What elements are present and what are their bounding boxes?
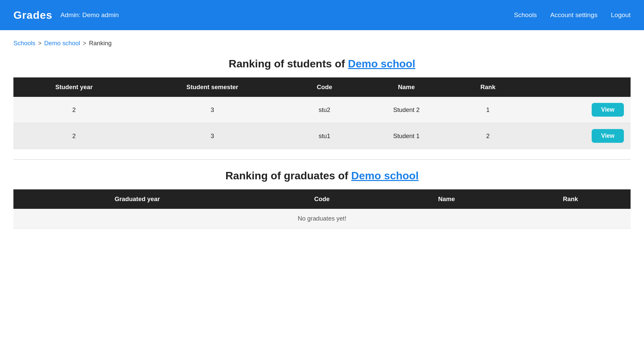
col-action [522, 77, 631, 97]
breadcrumb-current: Ranking [89, 40, 111, 47]
view-button[interactable]: View [592, 103, 624, 117]
col-student-year: Student year [13, 77, 135, 97]
logo: Grades [13, 9, 52, 21]
breadcrumb: Schools > Demo school > Ranking [0, 30, 644, 51]
table-row: 2 3 stu1 Student 1 2 View [13, 123, 631, 149]
graduates-ranking-school-link[interactable]: Demo school [351, 170, 419, 182]
header-left: Grades Admin: Demo admin [13, 9, 119, 21]
col-rank: Rank [454, 77, 522, 97]
cell-year: 2 [13, 123, 135, 149]
nav-schools-link[interactable]: Schools [514, 11, 537, 19]
cell-year: 2 [13, 97, 135, 123]
cell-semester: 3 [135, 123, 290, 149]
view-button[interactable]: View [592, 129, 624, 143]
graduates-table-head: Graduated year Code Name Rank [13, 189, 631, 209]
graduates-table-body: No graduates yet! [13, 209, 631, 229]
cell-rank: 2 [454, 123, 522, 149]
students-ranking-school-link[interactable]: Demo school [348, 58, 415, 70]
graduates-ranking-table: Graduated year Code Name Rank No graduat… [13, 189, 631, 229]
graduates-ranking-title-prefix: Ranking of graduates of [225, 170, 351, 182]
col-grad-code: Code [261, 189, 383, 209]
no-graduates-message: No graduates yet! [13, 209, 631, 229]
cell-action: View [522, 123, 631, 149]
students-ranking-title: Ranking of students of Demo school [13, 58, 631, 70]
cell-semester: 3 [135, 97, 290, 123]
col-name: Name [359, 77, 454, 97]
col-grad-rank: Rank [510, 189, 631, 209]
header-nav: Schools Account settings Logout [514, 11, 631, 19]
nav-account-settings-link[interactable]: Account settings [550, 11, 598, 19]
nav-logout-link[interactable]: Logout [611, 11, 631, 19]
breadcrumb-sep-2: > [83, 40, 86, 47]
col-graduated-year: Graduated year [13, 189, 261, 209]
col-grad-name: Name [383, 189, 510, 209]
students-ranking-title-prefix: Ranking of students of [229, 58, 348, 70]
col-code: Code [290, 77, 359, 97]
table-row: 2 3 stu2 Student 2 1 View [13, 97, 631, 123]
cell-code: stu1 [290, 123, 359, 149]
students-ranking-table: Student year Student semester Code Name … [13, 77, 631, 149]
graduates-ranking-title: Ranking of graduates of Demo school [13, 170, 631, 182]
header: Grades Admin: Demo admin Schools Account… [0, 0, 644, 30]
main-content: Ranking of students of Demo school Stude… [0, 51, 644, 252]
no-graduates-row: No graduates yet! [13, 209, 631, 229]
cell-action: View [522, 97, 631, 123]
students-table-head: Student year Student semester Code Name … [13, 77, 631, 97]
breadcrumb-schools[interactable]: Schools [13, 40, 35, 47]
breadcrumb-school[interactable]: Demo school [44, 40, 80, 47]
admin-label: Admin: Demo admin [60, 11, 119, 19]
students-table-body: 2 3 stu2 Student 2 1 View 2 3 stu1 Stude… [13, 97, 631, 149]
students-table-header-row: Student year Student semester Code Name … [13, 77, 631, 97]
cell-code: stu2 [290, 97, 359, 123]
graduates-table-header-row: Graduated year Code Name Rank [13, 189, 631, 209]
breadcrumb-sep-1: > [38, 40, 41, 47]
cell-name: Student 1 [359, 123, 454, 149]
col-student-semester: Student semester [135, 77, 290, 97]
cell-rank: 1 [454, 97, 522, 123]
section-divider [13, 159, 631, 160]
cell-name: Student 2 [359, 97, 454, 123]
